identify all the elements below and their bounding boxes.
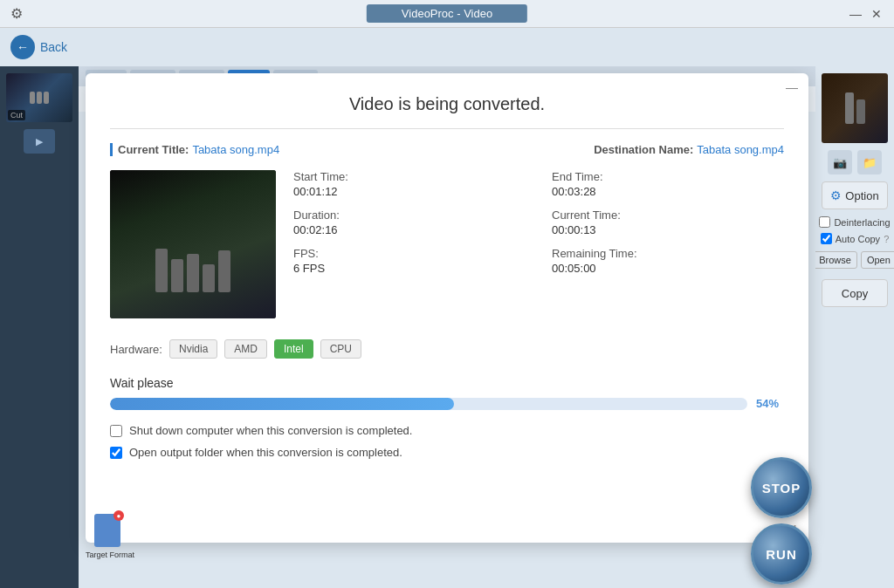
back-button[interactable]: ← Back xyxy=(10,35,67,59)
shutdown-checkbox[interactable] xyxy=(110,425,122,437)
dialog-divider xyxy=(110,128,784,129)
target-format-icon: ● xyxy=(94,514,126,549)
open-folder-label: Open output folder when this conversion … xyxy=(129,446,402,459)
copy-label: Copy xyxy=(842,287,868,300)
progress-bar-fill xyxy=(110,398,454,410)
end-time-value: 00:03:28 xyxy=(552,185,784,198)
camera-icon-btn[interactable]: 📷 xyxy=(828,150,852,174)
dest-name-item: Destination Name: Tabata song.mp4 xyxy=(594,143,784,156)
figure-1 xyxy=(30,92,35,104)
duration-value: 00:02:16 xyxy=(293,223,526,236)
fps-stat: FPS: 6 FPS xyxy=(293,247,526,275)
browse-button[interactable]: Browse xyxy=(813,251,857,269)
right-panel: 📷 📁 ⚙ Option Deinterlacing Auto Copy ? B… xyxy=(815,66,894,588)
dialog-minimize-btn[interactable]: — xyxy=(786,80,798,94)
window-controls: — ✕ xyxy=(849,7,894,21)
video-stats-area: Start Time: 00:01:12 End Time: 00:03:28 … xyxy=(110,170,784,318)
rfig-2 xyxy=(856,99,865,124)
vfig-5 xyxy=(218,250,230,292)
figure-2 xyxy=(37,92,42,104)
doc-shape: ● xyxy=(94,514,120,547)
current-title-value: Tabata song.mp4 xyxy=(192,143,279,156)
stop-button[interactable]: STOP xyxy=(751,457,812,518)
copy-button[interactable]: Copy xyxy=(822,279,888,307)
vfig-2 xyxy=(171,259,183,292)
settings-icon[interactable]: ⚙ xyxy=(0,5,23,22)
remaining-time-value: 00:05:00 xyxy=(552,262,784,275)
deinterlacing-checkbox[interactable] xyxy=(819,216,830,228)
back-arrow-icon: ← xyxy=(10,35,35,59)
left-thumbnail[interactable]: Cut xyxy=(6,73,72,122)
dest-name-label: Destination Name: xyxy=(594,143,693,156)
progress-label-row: Wait please xyxy=(110,376,784,390)
deinterlace-row: Deinterlacing xyxy=(819,216,890,228)
question-icon[interactable]: ? xyxy=(884,234,889,244)
open-folder-checkbox[interactable] xyxy=(110,447,122,459)
start-time-label: Start Time: xyxy=(293,170,526,183)
rfig-1 xyxy=(845,92,854,124)
folder-icon-btn[interactable]: 📁 xyxy=(857,150,882,174)
deinterlacing-label: Deinterlacing xyxy=(834,217,890,228)
hardware-row: Hardware: Nvidia AMD Intel CPU xyxy=(110,339,784,359)
cut-badge: Cut xyxy=(8,110,25,120)
title-bar: ⚙ VideoProc - Video — ✕ xyxy=(0,0,894,28)
current-title-label: Current Title: xyxy=(118,143,189,156)
conversion-dialog: — Video is being converted. Current Titl… xyxy=(86,73,808,543)
stats-grid: Start Time: 00:01:12 End Time: 00:03:28 … xyxy=(293,170,784,318)
nvidia-badge[interactable]: Nvidia xyxy=(169,339,217,359)
left-panel: Cut ▶ xyxy=(0,66,79,588)
run-button[interactable]: RUN xyxy=(751,523,812,585)
autocopy-label: Auto Copy xyxy=(836,234,880,244)
start-time-value: 00:01:12 xyxy=(293,185,526,198)
close-btn[interactable]: ✕ xyxy=(870,7,884,21)
main-panel: — Video is being converted. Current Titl… xyxy=(79,66,815,588)
progress-bar-container: 54% xyxy=(110,397,784,410)
vfig-3 xyxy=(187,254,199,292)
hardware-label: Hardware: xyxy=(110,343,162,356)
open-folder-checkbox-row: Open output folder when this conversion … xyxy=(110,446,784,459)
open-button[interactable]: Open xyxy=(861,251,894,269)
top-nav: ← Back xyxy=(0,28,894,66)
right-thumbnail[interactable] xyxy=(822,73,888,143)
video-content xyxy=(110,170,276,318)
fps-value: 6 FPS xyxy=(293,262,526,275)
video-preview xyxy=(110,170,276,318)
stop-button-container: STOP xyxy=(751,457,812,518)
duration-stat: Duration: 00:02:16 xyxy=(293,209,526,236)
app-container: ← Back Cut ▶ — xyxy=(0,28,894,588)
dialog-title: Video is being converted. xyxy=(110,94,784,114)
video-figures xyxy=(155,249,230,292)
wait-label: Wait please xyxy=(110,376,174,390)
intel-badge[interactable]: Intel xyxy=(274,339,313,359)
duration-label: Duration: xyxy=(293,209,526,222)
right-thumb-figures xyxy=(845,92,865,124)
autocopy-checkbox[interactable] xyxy=(821,233,832,244)
current-time-stat: Current Time: 00:00:13 xyxy=(552,209,784,236)
end-time-stat: End Time: 00:03:28 xyxy=(552,170,784,198)
amd-badge[interactable]: AMD xyxy=(224,339,267,359)
remaining-time-label: Remaining Time: xyxy=(552,247,784,260)
option-label: Option xyxy=(845,189,878,202)
fps-label: FPS: xyxy=(293,247,526,260)
gear-icon: ⚙ xyxy=(830,188,842,202)
progress-section: Wait please 54% xyxy=(110,376,784,410)
cpu-badge[interactable]: CPU xyxy=(320,339,361,359)
left-action-btn[interactable]: ▶ xyxy=(24,129,55,154)
vfig-1 xyxy=(155,249,168,292)
doc-badge: ● xyxy=(113,510,124,521)
target-format[interactable]: ● Target Format xyxy=(86,514,134,560)
thumbnail-figures xyxy=(30,92,49,104)
run-button-container: RUN xyxy=(751,523,812,585)
progress-percentage: 54% xyxy=(756,397,784,410)
right-thumb-content xyxy=(822,73,888,143)
current-title-item: Current Title: Tabata song.mp4 xyxy=(110,143,279,156)
content-area: Cut ▶ — Video is being converted. Curren… xyxy=(0,66,894,588)
minimize-btn[interactable]: — xyxy=(849,7,863,21)
figure-3 xyxy=(44,92,49,104)
vfig-4 xyxy=(203,264,215,292)
option-button[interactable]: ⚙ Option xyxy=(822,181,888,209)
current-time-label: Current Time: xyxy=(552,209,784,222)
right-icons: 📷 📁 xyxy=(828,150,882,174)
current-time-value: 00:00:13 xyxy=(552,223,784,236)
remaining-time-stat: Remaining Time: 00:05:00 xyxy=(552,247,784,275)
